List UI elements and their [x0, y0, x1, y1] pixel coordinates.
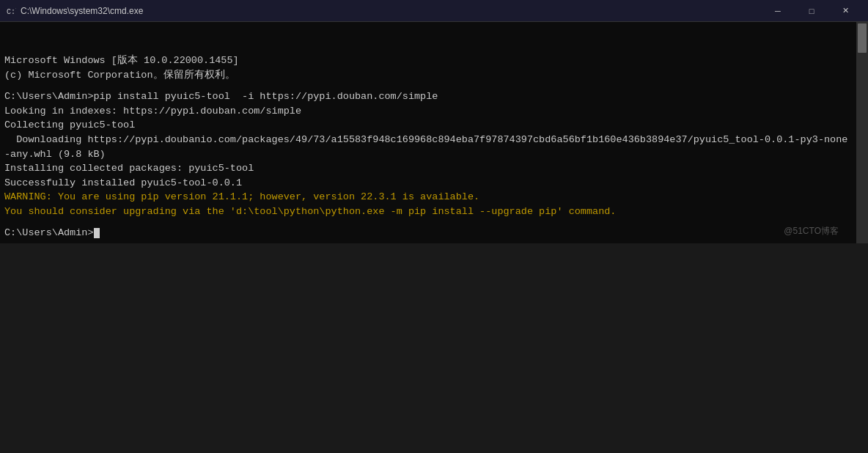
terminal-line [4, 218, 852, 226]
cmd-icon: C:\ [6, 6, 16, 16]
terminal-line: (c) Microsoft Corporation。保留所有权利。 [4, 68, 852, 83]
terminal-line: C:\Users\Admin> [4, 226, 852, 240]
scrollbar-track[interactable] [856, 22, 868, 243]
terminal-line: Microsoft Windows [版本 10.0.22000.1455] [4, 54, 852, 68]
terminal-line: C:\Users\Admin>pip install pyuic5-tool -… [4, 89, 852, 104]
title-bar: C:\ C:\Windows\system32\cmd.exe ─ □ ✕ [0, 0, 868, 22]
terminal-line: WARNING: You are using pip version 21.1.… [4, 190, 852, 205]
scrollbar-thumb[interactable] [858, 23, 867, 53]
terminal-cursor [94, 228, 100, 238]
terminal-line: Collecting pyuic5-tool [4, 118, 852, 133]
terminal-line: Downloading https://pypi.doubanio.com/pa… [4, 133, 852, 161]
close-button[interactable]: ✕ [828, 0, 862, 22]
window: C:\ C:\Windows\system32\cmd.exe ─ □ ✕ Mi… [0, 0, 868, 243]
terminal-output: Microsoft Windows [版本 10.0.22000.1455](c… [4, 25, 852, 240]
minimize-button[interactable]: ─ [761, 0, 795, 22]
terminal[interactable]: Microsoft Windows [版本 10.0.22000.1455](c… [0, 22, 856, 243]
svg-text:C:\: C:\ [7, 8, 16, 16]
title-bar-left: C:\ C:\Windows\system32\cmd.exe [6, 6, 143, 16]
window-body: Microsoft Windows [版本 10.0.22000.1455](c… [0, 22, 868, 243]
watermark: @51CTO博客 [784, 225, 839, 237]
terminal-line: Successfully installed pyuic5-tool-0.0.1 [4, 176, 852, 191]
terminal-line: You should consider upgrading via the 'd… [4, 205, 852, 219]
terminal-line [4, 82, 852, 89]
maximize-button[interactable]: □ [795, 0, 828, 22]
terminal-line: Installing collected packages: pyuic5-to… [4, 161, 852, 176]
terminal-line: Looking in indexes: https://pypi.douban.… [4, 104, 852, 119]
window-controls: ─ □ ✕ [761, 0, 862, 22]
window-title: C:\Windows\system32\cmd.exe [21, 6, 143, 16]
